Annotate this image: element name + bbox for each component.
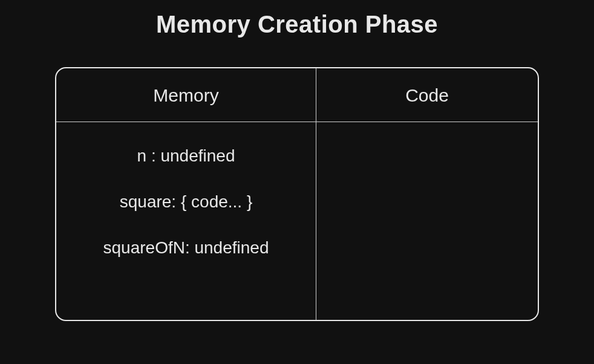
memory-entry: squareOfN: undefined	[71, 238, 301, 258]
memory-body: n : undefined square: { code... } square…	[56, 122, 316, 320]
execution-context-diagram: Memory n : undefined square: { code... }…	[55, 67, 539, 321]
memory-entry: square: { code... }	[71, 192, 301, 212]
memory-entry: n : undefined	[71, 146, 301, 166]
code-header: Code	[316, 68, 538, 122]
code-body	[316, 122, 538, 320]
code-column: Code	[316, 68, 538, 320]
page-title: Memory Creation Phase	[156, 11, 438, 38]
memory-header: Memory	[56, 68, 316, 122]
memory-column: Memory n : undefined square: { code... }…	[56, 68, 316, 320]
